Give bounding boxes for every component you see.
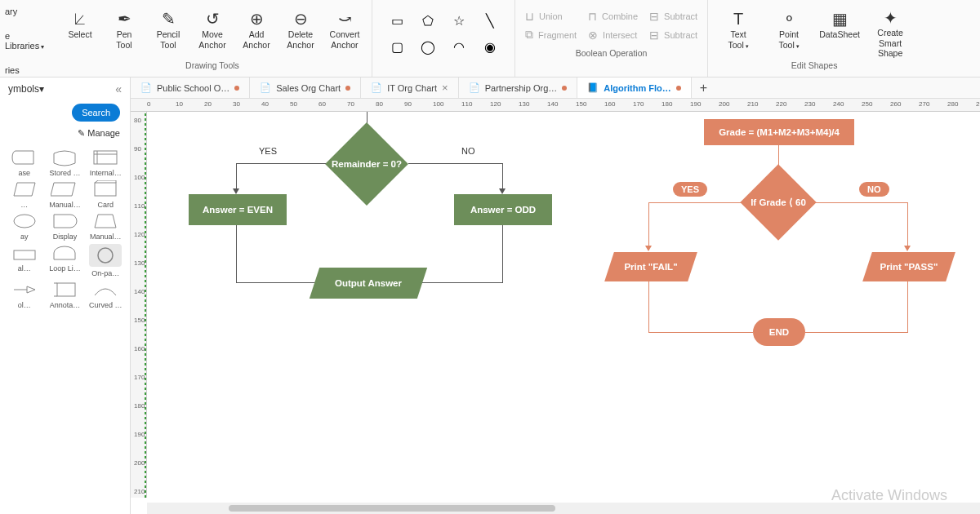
manage-link[interactable]: ✎ Manage bbox=[0, 126, 130, 145]
svg-rect-3 bbox=[95, 183, 116, 196]
shape-lib-item[interactable]: ay bbox=[5, 212, 44, 241]
tab-algorithm-flo-[interactable]: 📘Algorithm Flo… bbox=[577, 78, 692, 98]
output-fail[interactable]: Print "FAIL" bbox=[609, 252, 693, 281]
shape-lib-item[interactable]: Card bbox=[86, 180, 125, 209]
shape-lib-item[interactable]: On-pa… bbox=[86, 244, 125, 277]
shape-option[interactable]: ◉ bbox=[475, 34, 505, 59]
pill-no: NO bbox=[859, 182, 889, 197]
boolean-ops-label: Boolean Operation bbox=[576, 48, 648, 58]
decision-grade[interactable]: If Grade ⟨ 60 bbox=[751, 175, 805, 229]
process-grade[interactable]: Grade = (M1+M2+M3+M4)/4 bbox=[704, 119, 854, 145]
svg-point-6 bbox=[98, 248, 113, 263]
tab-partnership-org-[interactable]: 📄Partnership Org… bbox=[459, 78, 578, 98]
shape-lib-item[interactable]: Manual… bbox=[86, 212, 125, 241]
shape-lib-item[interactable]: Manual… bbox=[46, 180, 85, 209]
shape-lib-item[interactable]: Curved … bbox=[86, 281, 125, 309]
tool-point-tool[interactable]: ⚬PointTool bbox=[765, 5, 813, 59]
sidebar-title: ymbols▾ bbox=[8, 83, 44, 95]
ribbon-left-labels: ary e Libraries ries bbox=[0, 0, 53, 77]
horizontal-scrollbar[interactable] bbox=[147, 503, 980, 514]
svg-point-4 bbox=[14, 215, 35, 228]
ribbon-toolbar: ary e Libraries ries ⟀Select✒PenTool✎Pen… bbox=[0, 0, 980, 78]
tool-datasheet[interactable]: ▦DataSheet bbox=[816, 5, 863, 59]
label-yes: YES bbox=[259, 146, 277, 156]
canvas[interactable]: Remainder = 0? YES NO Answer = EVEN Answ… bbox=[147, 112, 980, 498]
output-pass[interactable]: Print "PASS" bbox=[867, 252, 951, 281]
shape-lib-item[interactable]: al… bbox=[5, 244, 44, 277]
shape-lib-item[interactable]: Stored … bbox=[46, 148, 85, 177]
close-tab-icon[interactable]: × bbox=[442, 82, 448, 94]
shape-lib-item[interactable]: ol… bbox=[5, 281, 44, 309]
collapse-sidebar-icon[interactable]: « bbox=[115, 82, 122, 95]
search-button[interactable]: Search bbox=[72, 104, 120, 122]
tool-delete-anchor[interactable]: ⊖DeleteAnchor bbox=[280, 5, 321, 59]
output-answer[interactable]: Output Answer bbox=[314, 268, 422, 299]
tool-add-anchor[interactable]: ⊕AddAnchor bbox=[236, 5, 277, 59]
watermark: Activate Windows bbox=[831, 487, 947, 504]
symbols-sidebar: ymbols▾ « Search ✎ Manage aseStored …Int… bbox=[0, 78, 131, 514]
shape-option[interactable]: ╲ bbox=[475, 8, 505, 33]
tab-sales-org-chart[interactable]: 📄Sales Org Chart bbox=[250, 78, 361, 98]
shape-lib-item[interactable]: ase bbox=[5, 148, 44, 177]
process-odd[interactable]: Answer = ODD bbox=[454, 194, 552, 225]
shape-option[interactable]: ▭ bbox=[382, 8, 412, 33]
tab-it-org-chart[interactable]: 📄IT Org Chart× bbox=[361, 78, 459, 98]
shape-option[interactable]: ◠ bbox=[444, 34, 474, 59]
add-tab-button[interactable]: + bbox=[692, 81, 715, 95]
pill-yes: YES bbox=[673, 182, 707, 197]
tab-public-school-o-[interactable]: 📄Public School O… bbox=[131, 78, 250, 98]
shape-lib-item[interactable]: Display bbox=[46, 212, 85, 241]
tool-pencil-tool[interactable]: ✎PencilTool bbox=[148, 5, 189, 59]
tool-move-anchor[interactable]: ↺MoveAnchor bbox=[192, 5, 233, 59]
shape-lib-item[interactable]: Internal… bbox=[86, 148, 125, 177]
bool-subtract[interactable]: ⊟Subtract bbox=[649, 28, 697, 42]
shape-lib-item[interactable]: Loop Li… bbox=[46, 244, 85, 277]
shape-lib-item[interactable]: Annota… bbox=[46, 281, 85, 309]
bool-union[interactable]: ⊔Union bbox=[525, 10, 577, 23]
process-even[interactable]: Answer = EVEN bbox=[189, 194, 287, 225]
edit-shapes-label: Edit Shapes bbox=[791, 60, 838, 70]
tool-text-tool[interactable]: TTextTool bbox=[715, 5, 762, 59]
shape-picker-group: ▭⬠☆╲▢◯◠◉ bbox=[372, 0, 515, 77]
tool-create-smart-shape[interactable]: ✦CreateSmart Shape bbox=[866, 5, 914, 59]
drawing-tools-label: Drawing Tools bbox=[185, 60, 239, 70]
edit-shapes-group: TTextTool⚬PointTool▦DataSheet✦CreateSmar… bbox=[708, 0, 920, 77]
terminator-end[interactable]: END bbox=[753, 318, 805, 346]
shape-option[interactable]: ◯ bbox=[413, 34, 443, 59]
tool-convert-anchor[interactable]: ⤻ConvertAnchor bbox=[324, 5, 365, 59]
shape-option[interactable]: ☆ bbox=[444, 8, 474, 33]
tool-select[interactable]: ⟀Select bbox=[60, 5, 100, 59]
label-no: NO bbox=[461, 146, 475, 156]
horizontal-ruler: 0102030405060708090100110120130140150160… bbox=[131, 99, 980, 112]
svg-rect-9 bbox=[57, 283, 75, 296]
shape-option[interactable]: ▢ bbox=[382, 34, 412, 59]
tool-pen-tool[interactable]: ✒PenTool bbox=[104, 5, 145, 59]
svg-marker-8 bbox=[27, 286, 35, 293]
drawing-tools-group: ⟀Select✒PenTool✎PencilTool↺MoveAnchor⊕Ad… bbox=[53, 0, 372, 77]
shape-lib-item[interactable]: … bbox=[5, 180, 44, 209]
bool-fragment[interactable]: ⧉Fragment bbox=[525, 28, 577, 42]
shape-option[interactable]: ⬠ bbox=[413, 8, 443, 33]
vertical-ruler: 8090100110120130140150160170180190200210 bbox=[131, 112, 147, 498]
bool-combine[interactable]: ⊓Combine bbox=[588, 10, 638, 23]
document-tabs: 📄Public School O…📄Sales Org Chart📄IT Org… bbox=[131, 78, 980, 99]
decision-remainder[interactable]: Remainder = 0? bbox=[337, 135, 396, 193]
boolean-ops-group: ⊔Union⊓Combine⊟Subtract⧉Fragment⊗Interse… bbox=[515, 0, 708, 77]
bool-intersect[interactable]: ⊗Intersect bbox=[588, 28, 638, 42]
bool-subtract[interactable]: ⊟Subtract bbox=[649, 10, 697, 23]
svg-rect-5 bbox=[14, 250, 35, 259]
